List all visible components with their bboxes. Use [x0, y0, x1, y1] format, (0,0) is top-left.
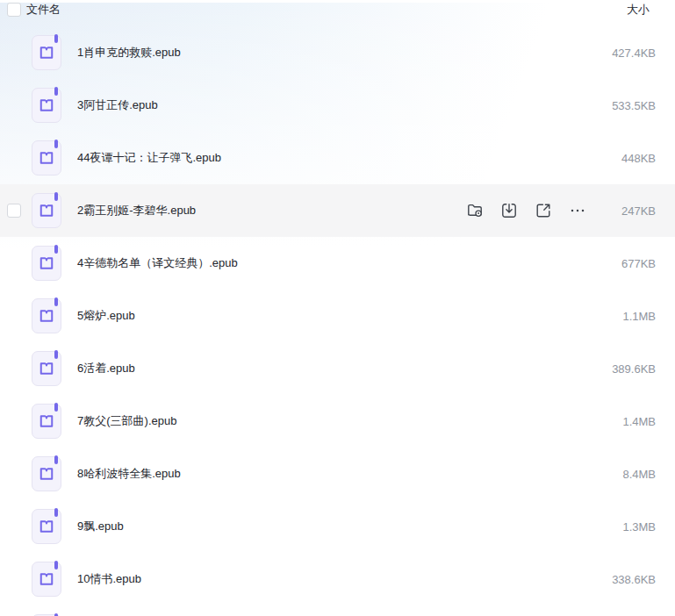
file-row[interactable]: 1肖申克的救赎.epub 427.4KB [0, 26, 675, 79]
open-book-icon [38, 414, 55, 428]
file-name[interactable]: 10情书.epub [77, 571, 141, 587]
epub-file-icon [32, 88, 61, 123]
epub-file-icon [32, 35, 61, 70]
epub-file-icon [32, 351, 61, 386]
epub-file-icon [32, 456, 61, 491]
download-icon [500, 202, 518, 219]
file-size: 677KB [621, 257, 675, 270]
file-size: 8.4MB [622, 468, 675, 481]
file-size: 1.3MB [622, 520, 675, 534]
epub-file-icon [32, 193, 61, 228]
open-book-icon [38, 151, 55, 165]
open-book-icon [38, 519, 55, 534]
open-book-icon [38, 98, 55, 112]
bookmark-tab-icon [54, 350, 58, 359]
row-checkbox[interactable] [7, 204, 21, 218]
file-row[interactable]: 10情书.epub 338.6KB [0, 553, 675, 605]
list-header: 文件名 大小 [0, 3, 675, 17]
file-name[interactable]: 3阿甘正传.epub [77, 97, 158, 113]
download-button[interactable] [500, 202, 518, 219]
file-name[interactable]: 8哈利波特全集.epub [77, 466, 181, 482]
open-book-icon [38, 46, 55, 60]
file-size: 247KB [621, 204, 675, 218]
open-book-icon [38, 572, 55, 586]
bookmark-tab-icon [54, 245, 58, 254]
folder-locate-button[interactable] [466, 202, 484, 219]
epub-file-icon [32, 404, 61, 439]
epub-file-icon [32, 246, 61, 281]
open-book-icon [38, 256, 55, 270]
file-size: 533.5KB [612, 99, 675, 112]
file-name[interactable]: 9飘.epub [77, 519, 124, 534]
file-size: 427.4KB [612, 47, 675, 60]
bookmark-tab-icon [54, 140, 58, 148]
select-all-checkbox[interactable] [7, 3, 21, 17]
bookmark-tab-icon [54, 508, 58, 517]
file-row[interactable]: 8哈利波特全集.epub 8.4MB [0, 448, 675, 500]
file-name[interactable]: 2霸王别姬-李碧华.epub [77, 203, 196, 218]
row-actions [466, 202, 586, 219]
file-row[interactable] [0, 605, 675, 616]
file-size: 448KB [621, 152, 675, 165]
bookmark-tab-icon [54, 87, 58, 96]
epub-file-icon [32, 298, 61, 333]
open-book-icon [38, 467, 55, 481]
bookmark-tab-icon [54, 403, 58, 412]
bookmark-tab-icon [54, 455, 58, 464]
file-row[interactable]: 2霸王别姬-李碧华.epub 247KB [0, 184, 675, 237]
file-name[interactable]: 44夜谭十记：让子弹飞.epub [77, 150, 221, 166]
file-row[interactable]: 4辛德勒名单（译文经典）.epub 677KB [0, 237, 675, 290]
epub-file-icon [32, 140, 61, 175]
open-book-icon [38, 362, 55, 376]
file-size: 338.6KB [612, 573, 675, 586]
column-header-filename: 文件名 [26, 2, 61, 18]
bookmark-tab-icon [54, 561, 58, 569]
open-external-button[interactable] [535, 202, 552, 219]
bookmark-tab-icon [54, 192, 58, 201]
file-list: 1肖申克的救赎.epub 427.4KB 3阿甘正传.epub 533.5KB … [0, 26, 675, 616]
file-name[interactable]: 6活着.epub [77, 361, 135, 376]
folder-locate-icon [466, 202, 484, 219]
file-manager-page: 文件名 大小 1肖申克的救赎.epub 427.4KB 3阿甘正传.epub 5… [0, 3, 675, 616]
file-row[interactable]: 7教父(三部曲).epub 1.4MB [0, 395, 675, 448]
more-icon [569, 202, 586, 219]
file-size: 389.6KB [612, 362, 675, 376]
file-name[interactable]: 5熔炉.epub [77, 308, 135, 324]
open-book-icon [38, 309, 55, 323]
file-name[interactable]: 1肖申克的救赎.epub [77, 45, 181, 61]
file-row[interactable]: 6活着.epub 389.6KB [0, 342, 675, 395]
file-size: 1.1MB [622, 310, 675, 323]
file-row[interactable]: 5熔炉.epub 1.1MB [0, 290, 675, 342]
file-name[interactable]: 7教父(三部曲).epub [77, 413, 176, 429]
file-row[interactable]: 3阿甘正传.epub 533.5KB [0, 79, 675, 132]
epub-file-icon [32, 509, 61, 544]
file-row[interactable]: 44夜谭十记：让子弹飞.epub 448KB [0, 132, 675, 184]
file-row[interactable]: 9飘.epub 1.3MB [0, 500, 675, 553]
open-book-icon [38, 204, 55, 218]
epub-file-icon [32, 562, 61, 597]
open-external-icon [535, 202, 552, 219]
file-size: 1.4MB [622, 415, 675, 428]
more-button[interactable] [569, 202, 586, 219]
column-header-size: 大小 [627, 2, 675, 18]
file-name[interactable]: 4辛德勒名单（译文经典）.epub [77, 255, 238, 271]
bookmark-tab-icon [54, 34, 58, 43]
bookmark-tab-icon [54, 297, 58, 306]
